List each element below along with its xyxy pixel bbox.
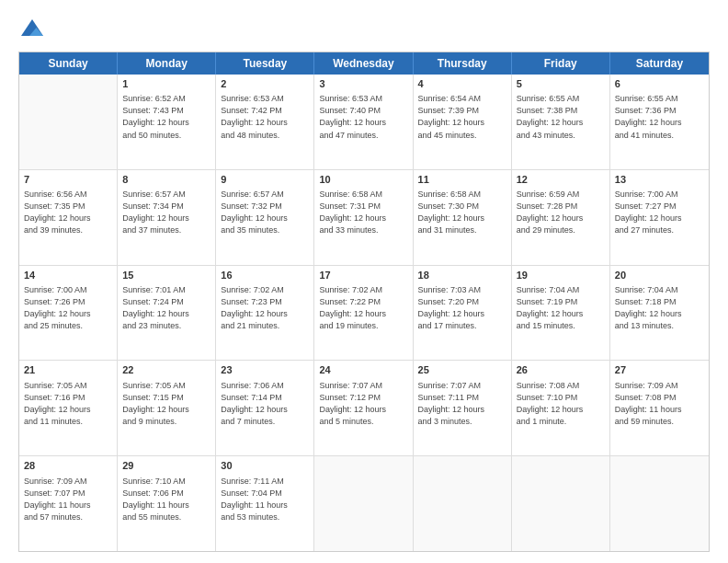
week-row-1: 1Sunrise: 6:52 AM Sunset: 7:43 PM Daylig…	[19, 75, 709, 170]
cal-cell-2-1: 15Sunrise: 7:01 AM Sunset: 7:24 PM Dayli…	[118, 266, 216, 361]
week-row-4: 21Sunrise: 7:05 AM Sunset: 7:16 PM Dayli…	[19, 361, 709, 456]
cal-cell-4-5	[512, 456, 610, 551]
cal-cell-4-3	[314, 456, 413, 551]
day-content: Sunrise: 7:03 AM Sunset: 7:20 PM Dayligh…	[418, 284, 506, 332]
week-row-2: 7Sunrise: 6:56 AM Sunset: 7:35 PM Daylig…	[19, 170, 709, 266]
day-number: 27	[615, 363, 704, 377]
day-content: Sunrise: 6:53 AM Sunset: 7:40 PM Dayligh…	[319, 93, 407, 141]
cal-cell-0-5: 5Sunrise: 6:55 AM Sunset: 7:38 PM Daylig…	[512, 75, 610, 169]
day-content: Sunrise: 6:58 AM Sunset: 7:30 PM Dayligh…	[418, 189, 506, 236]
day-content: Sunrise: 7:09 AM Sunset: 7:07 PM Dayligh…	[24, 476, 112, 523]
cal-cell-3-2: 23Sunrise: 7:06 AM Sunset: 7:14 PM Dayli…	[216, 361, 314, 455]
cal-cell-0-3: 3Sunrise: 6:53 AM Sunset: 7:40 PM Daylig…	[314, 75, 413, 169]
day-content: Sunrise: 6:52 AM Sunset: 7:43 PM Dayligh…	[122, 93, 210, 141]
cal-cell-0-4: 4Sunrise: 6:54 AM Sunset: 7:39 PM Daylig…	[414, 75, 512, 169]
cal-cell-4-2: 30Sunrise: 7:11 AM Sunset: 7:04 PM Dayli…	[216, 456, 314, 551]
cal-cell-1-4: 11Sunrise: 6:58 AM Sunset: 7:30 PM Dayli…	[414, 170, 512, 265]
cal-cell-1-6: 13Sunrise: 7:00 AM Sunset: 7:27 PM Dayli…	[610, 170, 709, 265]
day-number: 14	[24, 269, 112, 282]
day-number: 24	[319, 363, 407, 377]
day-content: Sunrise: 7:04 AM Sunset: 7:18 PM Dayligh…	[615, 284, 704, 332]
calendar: Sunday Monday Tuesday Wednesday Thursday…	[18, 52, 710, 552]
cal-cell-0-6: 6Sunrise: 6:55 AM Sunset: 7:36 PM Daylig…	[610, 75, 709, 169]
logo	[18, 17, 50, 44]
cal-cell-0-0	[19, 75, 118, 169]
cal-cell-1-3: 10Sunrise: 6:58 AM Sunset: 7:31 PM Dayli…	[314, 170, 413, 265]
cal-cell-1-5: 12Sunrise: 6:59 AM Sunset: 7:28 PM Dayli…	[512, 170, 610, 265]
header-saturday: Saturday	[610, 52, 709, 75]
day-content: Sunrise: 6:57 AM Sunset: 7:32 PM Dayligh…	[221, 189, 309, 236]
day-number: 23	[221, 363, 309, 377]
day-number: 10	[319, 173, 407, 187]
header-friday: Friday	[512, 52, 610, 75]
calendar-header: Sunday Monday Tuesday Wednesday Thursday…	[19, 52, 709, 75]
cal-cell-0-2: 2Sunrise: 6:53 AM Sunset: 7:42 PM Daylig…	[216, 75, 314, 169]
cal-cell-3-5: 26Sunrise: 7:08 AM Sunset: 7:10 PM Dayli…	[512, 361, 610, 455]
day-content: Sunrise: 7:07 AM Sunset: 7:11 PM Dayligh…	[418, 380, 506, 428]
cal-cell-2-6: 20Sunrise: 7:04 AM Sunset: 7:18 PM Dayli…	[610, 266, 709, 361]
header-monday: Monday	[118, 52, 216, 75]
cal-cell-3-0: 21Sunrise: 7:05 AM Sunset: 7:16 PM Dayli…	[19, 361, 118, 455]
day-content: Sunrise: 7:10 AM Sunset: 7:06 PM Dayligh…	[122, 476, 210, 523]
cal-cell-2-4: 18Sunrise: 7:03 AM Sunset: 7:20 PM Dayli…	[414, 266, 512, 361]
day-number: 16	[221, 269, 309, 282]
header-wednesday: Wednesday	[314, 52, 413, 75]
cal-cell-1-0: 7Sunrise: 6:56 AM Sunset: 7:35 PM Daylig…	[19, 170, 118, 265]
day-content: Sunrise: 6:55 AM Sunset: 7:38 PM Dayligh…	[517, 93, 605, 141]
cal-cell-2-5: 19Sunrise: 7:04 AM Sunset: 7:19 PM Dayli…	[512, 266, 610, 361]
day-number: 7	[24, 173, 112, 187]
day-number: 11	[418, 173, 506, 187]
week-row-3: 14Sunrise: 7:00 AM Sunset: 7:26 PM Dayli…	[19, 266, 709, 362]
day-number: 13	[615, 173, 704, 187]
cal-cell-2-2: 16Sunrise: 7:02 AM Sunset: 7:23 PM Dayli…	[216, 266, 314, 361]
day-number: 19	[517, 269, 605, 282]
day-content: Sunrise: 7:02 AM Sunset: 7:22 PM Dayligh…	[319, 284, 407, 332]
day-content: Sunrise: 7:05 AM Sunset: 7:15 PM Dayligh…	[122, 380, 210, 428]
day-content: Sunrise: 7:00 AM Sunset: 7:26 PM Dayligh…	[24, 284, 112, 332]
header-tuesday: Tuesday	[216, 52, 314, 75]
day-number: 5	[517, 77, 605, 91]
day-number: 8	[122, 173, 210, 187]
day-number: 12	[517, 173, 605, 187]
day-content: Sunrise: 7:05 AM Sunset: 7:16 PM Dayligh…	[24, 380, 112, 428]
cal-cell-1-1: 8Sunrise: 6:57 AM Sunset: 7:34 PM Daylig…	[118, 170, 216, 265]
cal-cell-3-4: 25Sunrise: 7:07 AM Sunset: 7:11 PM Dayli…	[414, 361, 512, 455]
day-number: 20	[615, 269, 704, 282]
day-content: Sunrise: 7:11 AM Sunset: 7:04 PM Dayligh…	[221, 476, 309, 523]
cal-cell-4-6	[610, 456, 709, 551]
day-number: 2	[221, 77, 309, 91]
day-content: Sunrise: 7:06 AM Sunset: 7:14 PM Dayligh…	[221, 380, 309, 428]
week-row-5: 28Sunrise: 7:09 AM Sunset: 7:07 PM Dayli…	[19, 456, 709, 551]
cal-cell-2-3: 17Sunrise: 7:02 AM Sunset: 7:22 PM Dayli…	[314, 266, 413, 361]
day-number: 1	[122, 77, 210, 91]
day-number: 30	[221, 459, 309, 473]
day-number: 25	[418, 363, 506, 377]
cal-cell-2-0: 14Sunrise: 7:00 AM Sunset: 7:26 PM Dayli…	[19, 266, 118, 361]
day-content: Sunrise: 7:09 AM Sunset: 7:08 PM Dayligh…	[615, 380, 704, 428]
day-content: Sunrise: 6:54 AM Sunset: 7:39 PM Dayligh…	[418, 93, 506, 141]
day-number: 28	[24, 459, 112, 473]
day-content: Sunrise: 7:08 AM Sunset: 7:10 PM Dayligh…	[517, 380, 605, 428]
day-content: Sunrise: 7:02 AM Sunset: 7:23 PM Dayligh…	[221, 284, 309, 332]
day-number: 3	[319, 77, 407, 91]
day-content: Sunrise: 6:53 AM Sunset: 7:42 PM Dayligh…	[221, 93, 309, 141]
day-content: Sunrise: 6:58 AM Sunset: 7:31 PM Dayligh…	[319, 189, 407, 236]
day-number: 18	[418, 269, 506, 282]
day-content: Sunrise: 7:01 AM Sunset: 7:24 PM Dayligh…	[122, 284, 210, 332]
day-number: 9	[221, 173, 309, 187]
day-number: 6	[615, 77, 704, 91]
day-number: 21	[24, 363, 112, 377]
day-number: 26	[517, 363, 605, 377]
day-number: 4	[418, 77, 506, 91]
day-content: Sunrise: 6:59 AM Sunset: 7:28 PM Dayligh…	[517, 189, 605, 236]
logo-icon	[18, 17, 46, 44]
header-sunday: Sunday	[19, 52, 118, 75]
cal-cell-4-0: 28Sunrise: 7:09 AM Sunset: 7:07 PM Dayli…	[19, 456, 118, 551]
day-content: Sunrise: 6:55 AM Sunset: 7:36 PM Dayligh…	[615, 93, 704, 141]
cal-cell-1-2: 9Sunrise: 6:57 AM Sunset: 7:32 PM Daylig…	[216, 170, 314, 265]
day-number: 17	[319, 269, 407, 282]
day-content: Sunrise: 7:07 AM Sunset: 7:12 PM Dayligh…	[319, 380, 407, 428]
cal-cell-4-1: 29Sunrise: 7:10 AM Sunset: 7:06 PM Dayli…	[118, 456, 216, 551]
day-number: 29	[122, 459, 210, 473]
cal-cell-3-1: 22Sunrise: 7:05 AM Sunset: 7:15 PM Dayli…	[118, 361, 216, 455]
